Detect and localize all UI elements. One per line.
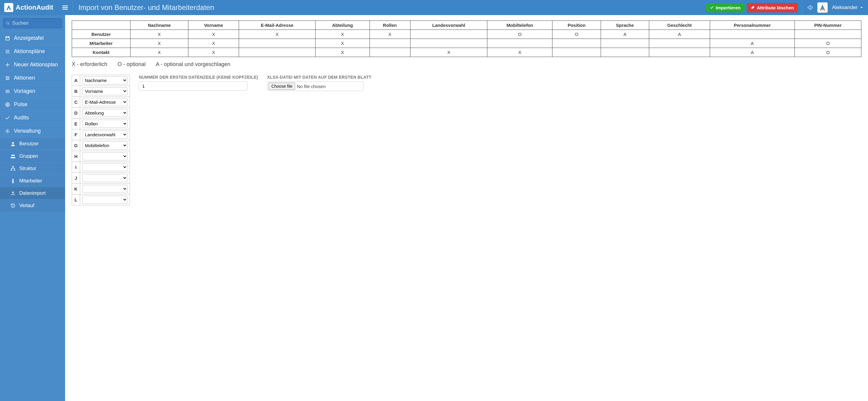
- announcements-icon[interactable]: [807, 4, 813, 10]
- nav-label: Benutzer: [19, 141, 38, 147]
- table-cell: [649, 48, 710, 57]
- mapping-select[interactable]: NachnameVornameE-Mail-AdresseAbteilungRo…: [82, 152, 127, 160]
- table-row: MitarbeiterXXXAO: [72, 39, 861, 48]
- mapping-column-letter: E: [72, 119, 80, 129]
- nav-item-anzeigetafel[interactable]: Anzeigetafel: [0, 31, 65, 44]
- brand[interactable]: ActionAudit: [0, 0, 58, 15]
- mapping-select[interactable]: NachnameVornameE-Mail-AdresseAbteilungRo…: [82, 196, 127, 204]
- nav-label: Aktionen: [14, 75, 35, 81]
- nav-label: Verwaltung: [14, 128, 41, 134]
- sliders-icon: [5, 75, 10, 81]
- mapping-column-letter: G: [72, 140, 80, 151]
- table-cell: O: [795, 39, 861, 48]
- nav-item-audits[interactable]: Audits: [0, 111, 65, 124]
- import-button[interactable]: Importieren: [706, 3, 745, 12]
- table-cell: X: [188, 30, 239, 39]
- column-header: Landesvorwahl: [410, 21, 487, 30]
- nav-item-neuer-aktionsplan[interactable]: Neuer Aktionsplan: [0, 58, 65, 71]
- user-menu[interactable]: Aleksander: [832, 4, 863, 10]
- history-icon: [10, 203, 16, 208]
- mapping-select[interactable]: NachnameVornameE-Mail-AdresseAbteilungRo…: [82, 163, 127, 171]
- table-cell: X: [315, 48, 370, 57]
- nav-label: Struktur: [19, 166, 36, 171]
- legend-a: A - optional und vorgeschlagen: [156, 61, 230, 67]
- column-header: Geschlecht: [649, 21, 710, 30]
- nav-label: Neuer Aktionsplan: [14, 62, 58, 68]
- check-icon: [5, 115, 10, 121]
- nav-subitem-datenimport[interactable]: Datenimport: [0, 187, 65, 199]
- column-header: Position: [553, 21, 601, 30]
- choose-file-button[interactable]: Choose file: [269, 83, 295, 90]
- table-cell: [601, 39, 649, 48]
- brand-name: ActionAudit: [16, 4, 53, 11]
- nav-label: Verlauf: [19, 203, 34, 208]
- mapping-column-letter: C: [72, 97, 80, 107]
- person-icon: [10, 178, 16, 184]
- first-row-label: NUMMER DER ERSTEN DATENZEILE (KEINE KOPF…: [139, 75, 258, 80]
- table-row: KontaktXXXXXAO: [72, 48, 861, 57]
- nav-item-verwaltung[interactable]: Verwaltung: [0, 124, 65, 137]
- mapping-column-letter: K: [72, 184, 80, 194]
- mapping-select[interactable]: NachnameVornameE-Mail-AdresseAbteilungRo…: [82, 109, 127, 117]
- legend: X - erforderlich O - optional A - option…: [72, 61, 861, 67]
- table-cell: X: [410, 48, 487, 57]
- nav-subitem-struktur[interactable]: Struktur: [0, 162, 65, 175]
- mapping-select[interactable]: NachnameVornameE-Mail-AdresseAbteilungRo…: [82, 142, 127, 150]
- column-header: Mobiltelefon: [487, 21, 553, 30]
- mapping-select[interactable]: NachnameVornameE-Mail-AdresseAbteilungRo…: [82, 98, 127, 106]
- table-cell: X: [370, 30, 410, 39]
- nav-subitem-verlauf[interactable]: Verlauf: [0, 199, 65, 212]
- avatar[interactable]: [817, 2, 828, 13]
- table-cell: [710, 30, 795, 39]
- search-input[interactable]: [3, 18, 62, 28]
- menu-icon: [5, 89, 10, 94]
- nav-subitem-mitarbeiter[interactable]: Mitarbeiter: [0, 175, 65, 187]
- clear-attributes-button[interactable]: Attribute löschen: [747, 3, 798, 12]
- nav-item-aktionspläne[interactable]: Aktionspläne: [0, 44, 65, 58]
- table-cell: X: [188, 39, 239, 48]
- mapping-select[interactable]: NachnameVornameE-Mail-AdresseAbteilungRo…: [82, 120, 127, 128]
- import-button-label: Importieren: [716, 5, 741, 10]
- legend-x: X - erforderlich: [72, 61, 107, 67]
- nav-label: Mitarbeiter: [19, 178, 42, 184]
- list-icon: [5, 49, 10, 54]
- svg-point-6: [11, 154, 13, 156]
- check-icon: [710, 5, 714, 10]
- svg-point-11: [12, 179, 14, 180]
- search-icon: [6, 21, 10, 25]
- mapping-select[interactable]: NachnameVornameE-Mail-AdresseAbteilungRo…: [82, 185, 127, 193]
- first-row-input[interactable]: [139, 82, 247, 91]
- nav-label: Aktionspläne: [14, 48, 45, 55]
- nav-label: Audits: [14, 115, 29, 121]
- nav-label: Datenimport: [19, 190, 45, 196]
- svg-point-7: [13, 154, 14, 156]
- nav-item-aktionen[interactable]: Aktionen: [0, 71, 65, 85]
- mapping-row: DNachnameVornameE-Mail-AdresseAbteilungR…: [72, 107, 130, 119]
- table-cell: X: [239, 30, 315, 39]
- table-cell: [553, 48, 601, 57]
- mapping-select[interactable]: NachnameVornameE-Mail-AdresseAbteilungRo…: [82, 76, 127, 85]
- mapping-select[interactable]: NachnameVornameE-Mail-AdresseAbteilungRo…: [82, 87, 127, 95]
- table-cell: [370, 39, 410, 48]
- nav-subitem-gruppen[interactable]: Gruppen: [0, 150, 65, 162]
- mapping-row: CNachnameVornameE-Mail-AdresseAbteilungR…: [72, 97, 130, 107]
- column-header: Nachname: [130, 21, 188, 30]
- mapping-row: ANachnameVornameE-Mail-AdresseAbteilungR…: [72, 75, 130, 86]
- table-cell: [553, 39, 601, 48]
- calendar-icon: [5, 36, 10, 41]
- mapping-select[interactable]: NachnameVornameE-Mail-AdresseAbteilungRo…: [82, 130, 127, 139]
- nav-subitem-benutzer[interactable]: Benutzer: [0, 137, 65, 150]
- table-cell: [487, 39, 553, 48]
- mapping-column-letter: H: [72, 151, 80, 162]
- nav-item-vorlagen[interactable]: Vorlagen: [0, 85, 65, 98]
- nav-item-pulse[interactable]: Pulse: [0, 98, 65, 111]
- mapping-row: HNachnameVornameE-Mail-AdresseAbteilungR…: [72, 151, 130, 162]
- table-cell: A: [649, 30, 710, 39]
- table-cell: X: [130, 39, 188, 48]
- file-label: XLSX-DATEI MIT DATEN AUF DEM ERSTEN BLAT…: [267, 75, 371, 80]
- file-input[interactable]: Choose file No file chosen: [267, 82, 364, 91]
- sidebar-toggle[interactable]: [58, 4, 73, 11]
- mapping-select[interactable]: NachnameVornameE-Mail-AdresseAbteilungRo…: [82, 174, 127, 182]
- table-cell: O: [553, 30, 601, 39]
- column-header: PIN-Nummer: [795, 21, 861, 30]
